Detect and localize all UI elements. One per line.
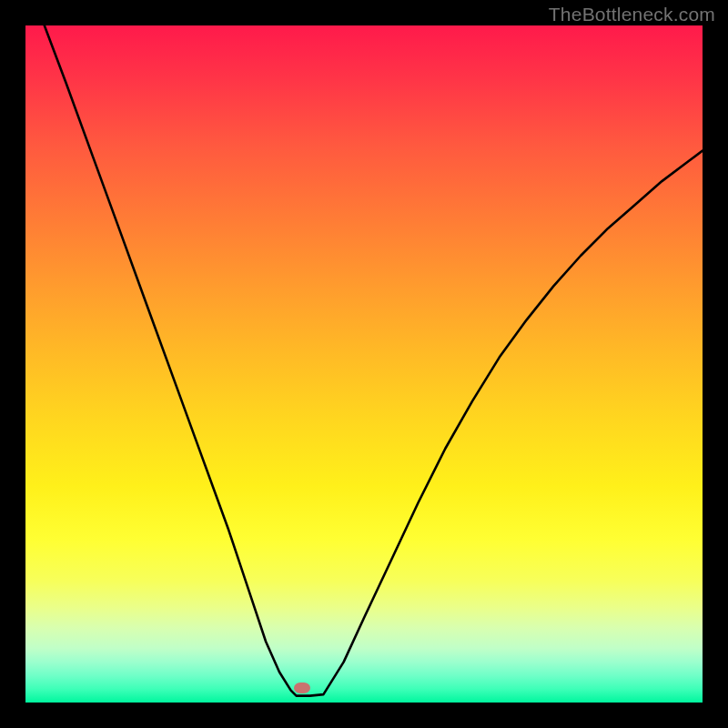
curve-path (45, 25, 703, 696)
chart-frame: TheBottleneck.com (0, 0, 728, 728)
plot-area (25, 25, 703, 703)
bottleneck-curve (25, 25, 703, 703)
watermark-text: TheBottleneck.com (549, 4, 715, 25)
optimum-marker (294, 682, 310, 693)
